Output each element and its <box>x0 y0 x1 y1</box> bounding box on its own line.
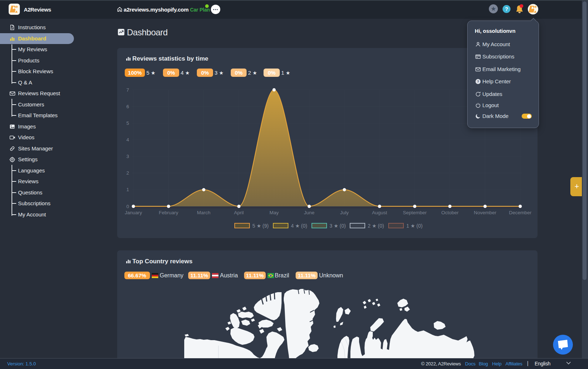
svg-text:4: 4 <box>126 137 129 142</box>
svg-text:3: 3 <box>126 154 129 159</box>
svg-text:May: May <box>269 210 279 215</box>
svg-text:June: June <box>304 210 314 215</box>
svg-text:August: August <box>372 210 387 215</box>
svg-text:1: 1 <box>126 187 129 192</box>
svg-text:5: 5 <box>126 120 129 126</box>
svg-text:July: July <box>340 210 349 215</box>
svg-text:2: 2 <box>126 170 129 176</box>
svg-text:7: 7 <box>126 87 129 93</box>
svg-text:?: ? <box>477 79 479 83</box>
svg-text:January: January <box>125 210 142 215</box>
svg-text:March: March <box>197 210 211 215</box>
svg-text:October: October <box>441 210 459 215</box>
svg-text:0: 0 <box>126 204 129 209</box>
svg-text:6: 6 <box>126 104 129 109</box>
svg-text:December: December <box>509 210 532 215</box>
svg-text:April: April <box>234 210 244 215</box>
svg-text:November: November <box>474 210 496 215</box>
svg-text:February: February <box>159 210 178 215</box>
svg-text:September: September <box>403 210 427 215</box>
